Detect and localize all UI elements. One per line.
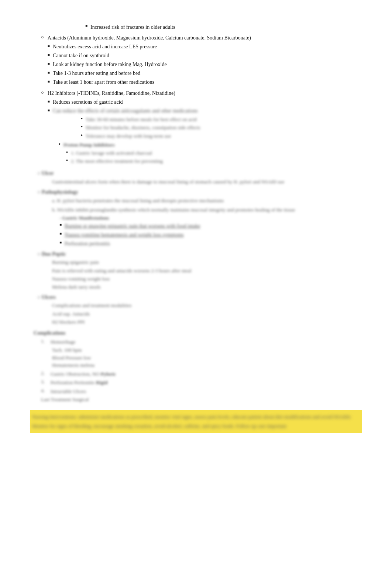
top-section: Increased risk of fractures in older adu… (30, 23, 362, 31)
list-item: Burning or gnawing epigastric pain that … (59, 222, 362, 230)
blurred-li-2: Nausea vomiting hematemesis and weight l… (65, 231, 362, 239)
blurred-sub-a: 1. Gastric lavage with activated charcoa… (71, 149, 362, 157)
complication-2: 2. Gastric Obstruction, NO Pyloric (41, 370, 362, 378)
blurred-section-content-3: Burning epigastric pain Pain is relieved… (37, 259, 362, 291)
antacids-bullets: Neutralizes excess acid and increase LES… (48, 43, 362, 86)
antacid-bullet-1: Neutralizes excess acid and increase LES… (53, 43, 362, 51)
list-item: Antacids (Aluminum hydroxide, Magnesium … (41, 34, 362, 87)
blurred-section-content-4: Complications and treatment modalities A… (37, 302, 362, 326)
comp-sub-1a: Tach. 100 bpm (52, 346, 362, 354)
antacids-header-span: Antacids (Aluminum hydroxide, Magnesium … (48, 35, 251, 41)
list-item: Look at kidney function before taking Ma… (48, 61, 362, 68)
blurred-ul-3: H2 blockers PPI (52, 318, 362, 326)
list-item: Take at least 1 hour apart from other me… (48, 78, 362, 86)
blurred-sub-list-2: Burning or gnawing epigastric pain that … (59, 222, 362, 248)
list-item: Neutralizes excess acid and increase LES… (48, 43, 362, 51)
list-item: Proton Pump Inhibitors (59, 141, 362, 149)
highlighted-text-2: Monitor for signs of bleeding, encourage… (32, 422, 360, 430)
comp-num-1: 1. (41, 338, 48, 344)
blurred-section-label-4: ○ Ulcers (37, 294, 362, 300)
blurred-item-header: Proton Pump Inhibitors (63, 141, 362, 149)
h2-list: H2 Inhibitors (-TIDINEs, Ranitidine, Fam… (41, 89, 362, 166)
blurred-ul-1: Complications and treatment modalities (52, 302, 362, 309)
list-item: Take 1-3 hours after eating and before b… (48, 69, 362, 77)
blurred-sub-2: - Gastric Manifestations Burning or gnaw… (52, 215, 362, 248)
complications-section: Complications 1. Hemorrhage Tach. 100 bp… (30, 330, 362, 403)
blurred-section-label-1: ○ Ulcer (37, 170, 362, 176)
blurred-line-1: Burning epigastric pain (52, 259, 362, 266)
h2-bullet-1: Reduces secretions of gastric acid (53, 98, 362, 106)
blurred-line-3: Nausea vomiting weight loss (52, 275, 362, 283)
highlighted-section: Nursing Interventions: administer medica… (30, 410, 362, 433)
antacid-bullet-2: Cannot take if on synthroid (53, 52, 362, 59)
blurred-li-1: Burning or gnawing epigastric pain that … (65, 222, 362, 230)
antacids-section: Antacids (Aluminum hydroxide, Magnesium … (30, 34, 362, 87)
list-item: Increased risk of fractures in older adu… (85, 23, 362, 31)
blurred-sub-section-1: Proton Pump Inhibitors 1. Gastric lavage… (48, 141, 362, 165)
list-item: Perforation peritonitis (59, 240, 362, 248)
blurred-main-1: ○ Ulcer Gastrointestinal ulcers form whe… (30, 170, 362, 186)
comp-num-3: 3. (41, 379, 48, 385)
comp-1-subs: Tach. 100 bpm Blood Pressure low Hematem… (41, 346, 362, 369)
h2-header-text: H2 Inhibitors (-TIDINEs, Ranitidine, Fam… (48, 89, 362, 166)
main-content: Increased risk of fractures in older adu… (30, 23, 362, 433)
complication-1: 1. Hemorrhage Tach. 100 bpm Blood Pressu… (41, 338, 362, 369)
h2-sub-1: Take 30-60 minutes before meals for best… (86, 116, 362, 123)
comp-text-4: Intractable Ulcers (51, 388, 86, 395)
antacid-bullet-5: Take at least 1 hour apart from other me… (53, 78, 362, 86)
blurred-section-label-3: ○ Duo Peptic (37, 251, 362, 257)
antacid-bullet-4: Take 1-3 hours after eating and before b… (53, 69, 362, 77)
highlighted-text-1: Nursing Interventions: administer medica… (32, 413, 360, 421)
blurred-main-3: ○ Duo Peptic Burning epigastric pain Pai… (30, 251, 362, 291)
fractures-list: Increased risk of fractures in older adu… (85, 23, 362, 31)
blurred-ul-2: Acid sup. Antacids (52, 310, 362, 318)
comp-text-1: Hemorrhage (51, 338, 75, 346)
blurred-sub-b: 2. The most effective treatment for prev… (71, 158, 362, 165)
blurred-section-content-1: Gastrointestinal ulcers form when there … (37, 178, 362, 186)
comp-sub-1c: Hematemesis melena (52, 362, 362, 369)
list-item: 1. Gastric lavage with activated charcoa… (59, 149, 362, 157)
comp-text-3: Perforation Peritonitis Rigid (51, 379, 108, 386)
fractures-bullet-container: Increased risk of fractures in older adu… (30, 23, 362, 31)
comp-sub-1b: Blood Pressure low (52, 354, 362, 362)
complication-3: 3. Perforation Peritonitis Rigid (41, 379, 362, 386)
list-item: Monitor for headache, dizziness, constip… (81, 124, 362, 131)
blurred-line-2: Pain is relieved with eating and antacid… (52, 267, 362, 275)
list-item: Nausea vomiting hematemesis and weight l… (59, 231, 362, 239)
complications-content: 1. Hemorrhage Tach. 100 bpm Blood Pressu… (34, 338, 362, 395)
comp-1-row: 1. Hemorrhage (41, 338, 362, 346)
list-item: H2 Inhibitors (-TIDINEs, Ranitidine, Fam… (41, 89, 362, 166)
blurred-line-4: Melena dark tarry stools (52, 283, 362, 291)
blurred-item-b: b. NSAIDs inhibit prostaglandin synthesi… (52, 206, 362, 214)
blurred-main-4: ○ Ulcers Complications and treatment mod… (30, 294, 362, 326)
h2-sub-list: Take 30-60 minutes before meals for best… (81, 116, 362, 140)
comp-num-4: 4. (41, 388, 48, 394)
blurred-sub-list-1: Proton Pump Inhibitors 1. Gastric lavage… (59, 141, 362, 165)
blurred-item-a: a. H. pylori bacteria penetrates the muc… (52, 197, 362, 205)
blurred-li-3: Perforation peritonitis (65, 240, 362, 248)
list-item: Cannot take if on synthroid (48, 52, 362, 59)
antacids-list: Antacids (Aluminum hydroxide, Magnesium … (41, 34, 362, 87)
complications-footer: Last Treatment Surgical (34, 397, 362, 403)
h2-sub-3: Tolerance may develop with long-term use (86, 132, 362, 140)
h2-sub-blurred: Take 30-60 minutes before meals for best… (48, 116, 362, 140)
comp-text-2: Gastric Obstruction, NO Pyloric (51, 370, 116, 378)
h2-header-span: H2 Inhibitors (-TIDINEs, Ranitidine, Fam… (48, 90, 175, 96)
complication-4: 4. Intractable Ulcers (41, 388, 362, 395)
blurred-main-2: ○ Pathophysiology a. H. pylori bacteria … (30, 189, 362, 248)
fractures-text: Increased risk of fractures in older adu… (90, 23, 362, 31)
list-item: Tolerance may develop with long-term use (81, 132, 362, 140)
h2-bullets: Reduces secretions of gastric acid Can r… (48, 98, 362, 115)
complications-header: Complications (34, 330, 362, 336)
h2-bullet-2-blurred: Can reduce the effects of certain antico… (53, 107, 362, 115)
blurred-section-label-2: ○ Pathophysiology (37, 189, 362, 195)
list-item: Take 30-60 minutes before meals for best… (81, 116, 362, 123)
blurred-section-content-2: a. H. pylori bacteria penetrates the muc… (37, 197, 362, 248)
antacid-bullet-3: Look at kidney function before taking Ma… (53, 61, 362, 68)
blurred-sub-header: - Gastric Manifestations (59, 215, 362, 221)
antacids-header-text: Antacids (Aluminum hydroxide, Magnesium … (48, 34, 362, 87)
list-item: Can reduce the effects of certain antico… (48, 107, 362, 115)
h2-sub-2: Monitor for headache, dizziness, constip… (86, 124, 362, 131)
list-item: 2. The most effective treatment for prev… (59, 158, 362, 165)
comp-num-2: 2. (41, 370, 48, 376)
